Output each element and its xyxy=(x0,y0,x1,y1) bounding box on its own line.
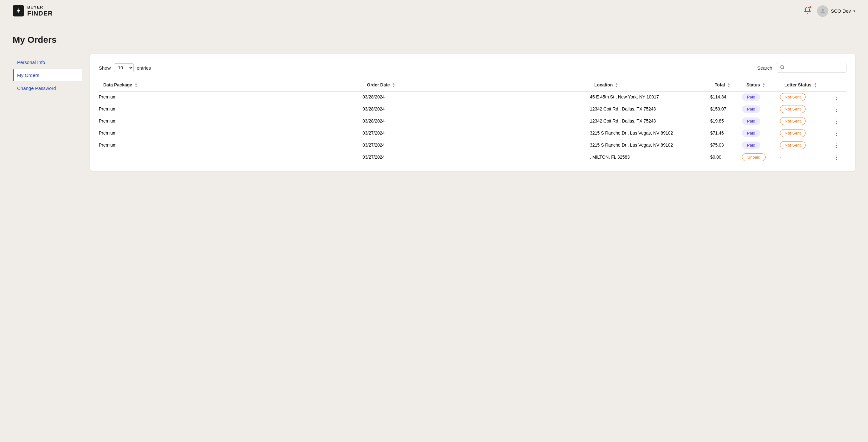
status-badge: Unpaid xyxy=(742,153,766,161)
notification-bell[interactable] xyxy=(804,6,811,16)
cell-data-package xyxy=(99,152,363,162)
cell-total: $75.03 xyxy=(710,140,742,150)
logo-buyer-label: BUYER xyxy=(27,5,53,9)
cell-order-date: 03/28/2024 xyxy=(363,92,590,102)
sort-icon-letter-status: ▲▼ xyxy=(814,82,817,88)
user-name: SCO Dev xyxy=(831,8,851,13)
cell-location: 3215 S Rancho Dr , Las Vegas, NV 89102 xyxy=(590,140,710,150)
user-menu[interactable]: SCO Dev ▾ xyxy=(817,5,855,17)
svg-point-2 xyxy=(781,66,784,69)
cell-letter-status: - xyxy=(780,152,831,162)
cell-status: Unpaid xyxy=(742,152,780,162)
row-menu-button[interactable]: ⋮ xyxy=(831,104,842,114)
orders-table: Data Package ▲▼ Order Date ▲▼ Location ▲… xyxy=(99,79,846,162)
svg-line-3 xyxy=(783,68,784,69)
row-menu-button[interactable]: ⋮ xyxy=(831,152,842,162)
cell-location: 3215 S Rancho Dr , Las Vegas, NV 89102 xyxy=(590,128,710,138)
search-input[interactable] xyxy=(777,63,846,73)
cell-actions: ⋮ xyxy=(831,92,846,102)
row-menu-button[interactable]: ⋮ xyxy=(831,128,842,138)
cell-total: $0.00 xyxy=(710,152,742,162)
entries-label: entries xyxy=(137,65,151,71)
sort-icon-order-date: ▲▼ xyxy=(393,82,395,88)
col-header-order-date[interactable]: Order Date ▲▼ xyxy=(363,79,590,92)
sidebar-item-change-password[interactable]: Change Password xyxy=(13,82,82,94)
cell-actions: ⋮ xyxy=(831,104,846,114)
table-controls: Show 10 25 50 100 entries Search: xyxy=(99,63,846,73)
notification-dot xyxy=(809,6,812,9)
main-content: Show 10 25 50 100 entries Search: xyxy=(90,54,855,171)
cell-data-package: Premium xyxy=(99,116,363,126)
logo-text: BUYER FINDER xyxy=(27,5,53,17)
table-header: Data Package ▲▼ Order Date ▲▼ Location ▲… xyxy=(99,79,846,92)
letter-status-badge: Not Sent xyxy=(780,105,806,113)
table-row: Premium 03/27/2024 3215 S Rancho Dr , La… xyxy=(99,140,846,150)
letter-status-badge: Not Sent xyxy=(780,141,806,149)
col-header-total[interactable]: Total ▲▼ xyxy=(710,79,742,92)
cell-total: $150.07 xyxy=(710,104,742,114)
cell-order-date: 03/28/2024 xyxy=(363,104,590,114)
cell-status: Paid xyxy=(742,128,780,138)
svg-marker-0 xyxy=(17,8,20,13)
cell-status: Paid xyxy=(742,104,780,114)
cell-location: 45 E 45th St , New York, NY 10017 xyxy=(590,92,710,102)
col-header-status[interactable]: Status ▲▼ xyxy=(742,79,780,92)
row-menu-button[interactable]: ⋮ xyxy=(831,92,842,102)
cell-data-package: Premium xyxy=(99,128,363,138)
sidebar-item-personal-info[interactable]: Personal Info xyxy=(13,56,82,68)
content-layout: Personal Info My Orders Change Password … xyxy=(13,54,855,171)
status-badge: Paid xyxy=(742,105,760,113)
search-area: Search: xyxy=(757,63,846,73)
search-icon xyxy=(780,65,785,71)
search-label: Search: xyxy=(757,65,774,71)
status-badge: Paid xyxy=(742,129,760,137)
cell-data-package: Premium xyxy=(99,92,363,102)
cell-order-date: 03/27/2024 xyxy=(363,140,590,150)
logo: BUYER FINDER xyxy=(13,5,53,17)
show-entries-control: Show 10 25 50 100 entries xyxy=(99,63,151,72)
sort-icon-location: ▲▼ xyxy=(615,82,618,88)
header: BUYER FINDER SCO Dev ▾ xyxy=(0,0,868,22)
col-header-letter-status[interactable]: Letter Status ▲▼ xyxy=(780,79,831,92)
page-title: My Orders xyxy=(13,35,855,45)
status-badge: Paid xyxy=(742,118,760,125)
col-header-data-package[interactable]: Data Package ▲▼ xyxy=(99,79,363,92)
row-menu-button[interactable]: ⋮ xyxy=(831,140,842,150)
sort-icon-status: ▲▼ xyxy=(763,82,765,88)
cell-letter-status: Not Sent xyxy=(780,116,831,126)
cell-letter-status: Not Sent xyxy=(780,128,831,138)
cell-status: Paid xyxy=(742,116,780,126)
chevron-down-icon: ▾ xyxy=(854,9,855,13)
table-row: Premium 03/27/2024 3215 S Rancho Dr , La… xyxy=(99,128,846,138)
sidebar-item-my-orders[interactable]: My Orders xyxy=(13,69,82,81)
cell-status: Paid xyxy=(742,140,780,150)
cell-data-package: Premium xyxy=(99,104,363,114)
table-row: Premium 03/28/2024 45 E 45th St , New Yo… xyxy=(99,92,846,102)
cell-actions: ⋮ xyxy=(831,140,846,150)
cell-location: , MILTON, FL 32583 xyxy=(590,152,710,162)
sidebar: Personal Info My Orders Change Password xyxy=(13,54,82,95)
table-row: Premium 03/28/2024 12342 Coit Rd , Dalla… xyxy=(99,104,846,114)
cell-total: $114.34 xyxy=(710,92,742,102)
cell-letter-status: Not Sent xyxy=(780,92,831,102)
table-row: 03/27/2024 , MILTON, FL 32583 $0.00 Unpa… xyxy=(99,152,846,162)
logo-finder-label: FINDER xyxy=(27,10,53,17)
cell-location: 12342 Coit Rd , Dallas, TX 75243 xyxy=(590,104,710,114)
table-row: Premium 03/28/2024 12342 Coit Rd , Dalla… xyxy=(99,116,846,126)
letter-status-badge: Not Sent xyxy=(780,117,806,125)
cell-data-package: Premium xyxy=(99,140,363,150)
logo-icon xyxy=(13,5,24,17)
cell-letter-status: Not Sent xyxy=(780,140,831,150)
col-header-actions xyxy=(831,79,846,92)
status-badge: Paid xyxy=(742,141,760,149)
cell-order-date: 03/28/2024 xyxy=(363,116,590,126)
cell-letter-status: Not Sent xyxy=(780,104,831,114)
cell-total: $71.46 xyxy=(710,128,742,138)
svg-point-1 xyxy=(822,8,824,11)
letter-status-badge: Not Sent xyxy=(780,93,806,101)
cell-actions: ⋮ xyxy=(831,128,846,138)
letter-status-badge: Not Sent xyxy=(780,129,806,137)
entries-select[interactable]: 10 25 50 100 xyxy=(114,63,134,72)
row-menu-button[interactable]: ⋮ xyxy=(831,116,842,126)
col-header-location[interactable]: Location ▲▼ xyxy=(590,79,710,92)
